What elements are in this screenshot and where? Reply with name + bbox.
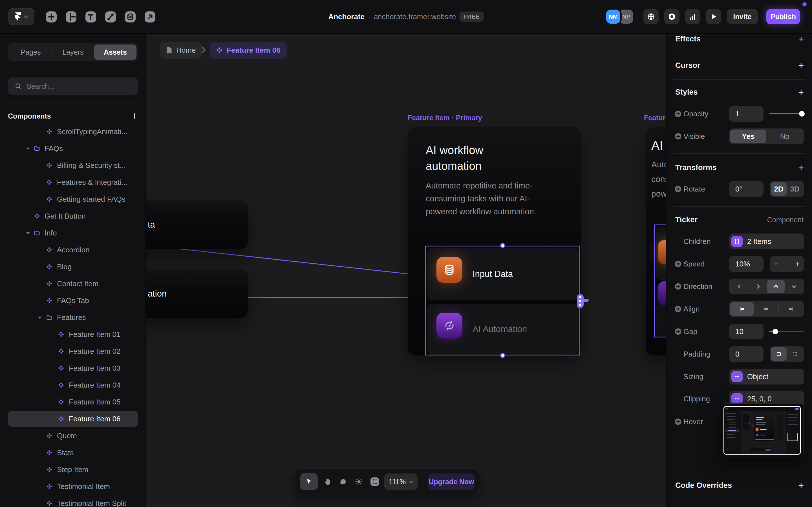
insert-button[interactable] — [46, 11, 57, 22]
rotate-input[interactable]: 0° — [729, 181, 763, 197]
primary-card-label[interactable]: Feature Item · Primary — [408, 114, 482, 122]
tree-item-get-it-button[interactable]: Get It Button — [0, 208, 146, 224]
add-transform-button[interactable]: + — [798, 164, 804, 172]
direction-left-option[interactable] — [730, 284, 749, 289]
gap-input[interactable]: 10 — [729, 324, 763, 339]
gap-slider[interactable] — [769, 331, 804, 332]
open-link-button[interactable] — [145, 11, 155, 22]
layout-button[interactable] — [66, 11, 77, 22]
analytics-button[interactable] — [685, 9, 700, 24]
comment-tool-button[interactable] — [337, 475, 349, 488]
tree-item-billing-security-st[interactable]: Billing & Security st... — [0, 157, 146, 174]
visible-no-option[interactable]: No — [766, 132, 803, 141]
tree-item-feature-item-02[interactable]: Feature Item 02 — [0, 343, 146, 360]
add-style-button[interactable]: + — [798, 88, 804, 96]
tree-item-faqs[interactable]: FAQs — [0, 140, 146, 157]
tree-item-blog[interactable]: Blog — [0, 258, 146, 275]
prop-plus-icon[interactable] — [674, 185, 682, 193]
tree-item-features[interactable]: Features — [0, 309, 146, 326]
tree-item-contact-item[interactable]: Contact Item — [0, 275, 146, 292]
caret-down-icon[interactable] — [26, 148, 30, 150]
plus-icon[interactable] — [795, 261, 801, 267]
upgrade-now-button[interactable]: Upgrade Now — [428, 473, 474, 490]
tree-item-accordion[interactable]: Accordion — [0, 241, 146, 258]
prop-plus-icon[interactable] — [674, 328, 682, 335]
caret-down-icon[interactable] — [26, 232, 30, 234]
framer-menu-button[interactable] — [8, 8, 35, 25]
prop-plus-icon[interactable] — [674, 133, 682, 140]
opacity-input[interactable]: 1 — [729, 106, 763, 122]
visible-yes-option[interactable]: Yes — [730, 129, 766, 143]
add-cursor-button[interactable]: + — [798, 61, 804, 69]
children-control[interactable]: 2 Items — [729, 233, 804, 249]
site-settings-button[interactable] — [644, 9, 659, 24]
hover-preview-thumbnail[interactable] — [721, 403, 804, 457]
tree-item-testimonial-item[interactable]: Testimonial Item — [0, 478, 146, 495]
tree-item-info[interactable]: Info — [0, 224, 146, 241]
tab-layers[interactable]: Layers — [52, 45, 94, 60]
brand-assets-button[interactable] — [664, 9, 679, 24]
tree-item-features-integrati[interactable]: Features & Integrati... — [0, 174, 146, 191]
add-code-override-button[interactable]: + — [798, 482, 804, 489]
minus-icon[interactable] — [773, 261, 779, 267]
add-effect-button[interactable]: + — [798, 35, 804, 43]
tree-item-feature-item-05[interactable]: Feature Item 05 — [0, 393, 146, 410]
tree-item-feature-item-03[interactable]: Feature Item 03 — [0, 360, 146, 377]
tree-item-testimonial-item-split[interactable]: Testimonial Item Split — [0, 495, 146, 507]
mode-2d-option[interactable]: 2D — [771, 182, 786, 196]
direction-up-option[interactable] — [767, 280, 784, 293]
invite-button[interactable]: Invite — [727, 9, 758, 24]
padding-uniform-option[interactable] — [771, 347, 786, 361]
tree-item-faqs-tab[interactable]: FAQs Tab — [0, 292, 146, 309]
avatar[interactable]: NM — [606, 10, 620, 24]
avatar[interactable]: NP — [619, 10, 633, 24]
padding-input[interactable]: 0 — [729, 346, 763, 362]
tree-item-feature-item-01[interactable]: Feature Item 01 — [0, 326, 146, 343]
tab-assets[interactable]: Assets — [94, 45, 137, 60]
select-tool-button[interactable] — [300, 473, 318, 490]
pan-tool-button[interactable] — [321, 475, 334, 488]
cms-button[interactable] — [125, 11, 136, 22]
tree-item-stats[interactable]: Stats — [0, 444, 146, 461]
align-right-option[interactable] — [779, 305, 803, 313]
project-title[interactable]: Anchorate · anchorate.framer.website FRE… — [328, 0, 484, 33]
prop-plus-icon[interactable] — [674, 110, 682, 117]
text-tool-button[interactable] — [86, 11, 96, 22]
add-component-icon[interactable] — [131, 112, 138, 120]
selection-box[interactable] — [425, 245, 580, 355]
align-center-option[interactable] — [754, 305, 778, 313]
direction-right-option[interactable] — [749, 284, 767, 289]
caret-down-icon[interactable] — [38, 317, 42, 319]
slider-thumb[interactable] — [772, 329, 778, 334]
ticker-drag-handle[interactable] — [577, 294, 583, 308]
tab-pages[interactable]: Pages — [10, 45, 52, 60]
search-input[interactable]: Search... — [8, 77, 138, 95]
speed-input[interactable]: 10% — [729, 256, 763, 272]
prop-plus-icon[interactable] — [674, 418, 682, 425]
selection-handle-top[interactable] — [500, 243, 505, 248]
sizing-control[interactable]: Object — [729, 369, 804, 385]
align-left-option[interactable] — [730, 302, 754, 316]
tree-item-feature-item-04[interactable]: Feature Item 04 — [0, 377, 146, 393]
publish-button[interactable]: Publish — [766, 9, 800, 24]
padding-individual-option[interactable] — [786, 351, 803, 357]
breadcrumb-current[interactable]: Feature Item 06 — [210, 42, 287, 59]
vector-tool-button[interactable] — [105, 11, 116, 22]
prop-plus-icon[interactable] — [674, 283, 682, 290]
opacity-slider[interactable] — [769, 113, 804, 114]
breadcrumb-home[interactable]: Home — [160, 42, 202, 59]
tree-item-scrolltypinganimati[interactable]: ScrollTypingAnimati... — [0, 123, 146, 140]
components-panel-button[interactable] — [368, 475, 381, 488]
selection-handle-bottom[interactable] — [500, 353, 505, 358]
tree-item-feature-item-06[interactable]: Feature Item 06 — [0, 410, 146, 427]
direction-down-option[interactable] — [784, 284, 803, 289]
preview-button[interactable] — [706, 9, 721, 24]
tree-item-step-item[interactable]: Step Item — [0, 461, 146, 478]
prop-plus-icon[interactable] — [674, 305, 682, 313]
tree-item-quote[interactable]: Quote — [0, 427, 146, 444]
slider-thumb[interactable] — [799, 111, 805, 117]
mode-3d-option[interactable]: 3D — [786, 185, 803, 193]
right-card-label[interactable]: Feature — [644, 114, 669, 122]
prop-plus-icon[interactable] — [674, 260, 682, 268]
zoom-select[interactable]: 111% — [384, 473, 417, 490]
